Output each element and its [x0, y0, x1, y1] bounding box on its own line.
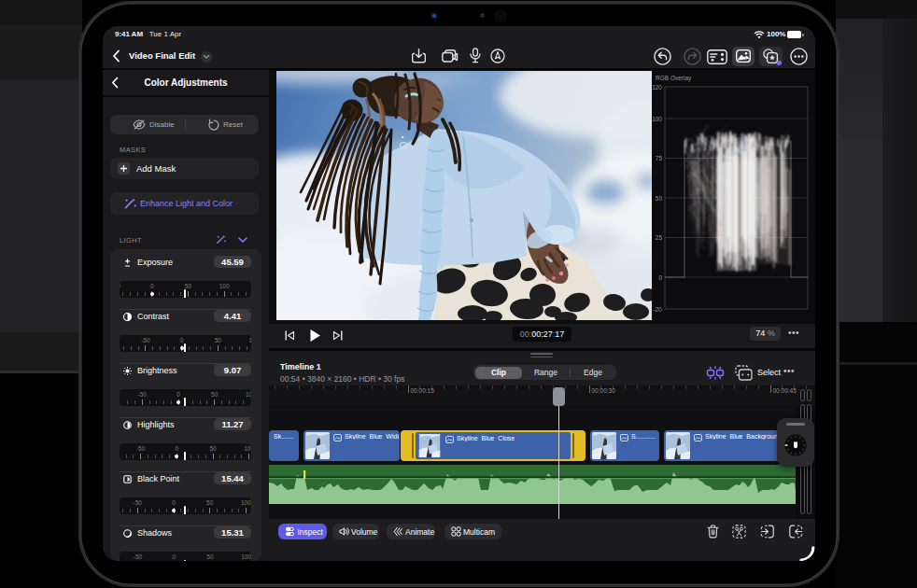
svg-text:0: 0 [658, 274, 662, 281]
svg-text:100: 100 [652, 116, 662, 122]
svg-text:50: 50 [656, 195, 663, 202]
svg-text:-20: -20 [654, 306, 663, 313]
svg-text:120: 120 [652, 84, 662, 91]
svg-text:75: 75 [656, 155, 663, 161]
svg-text:25: 25 [656, 234, 663, 241]
